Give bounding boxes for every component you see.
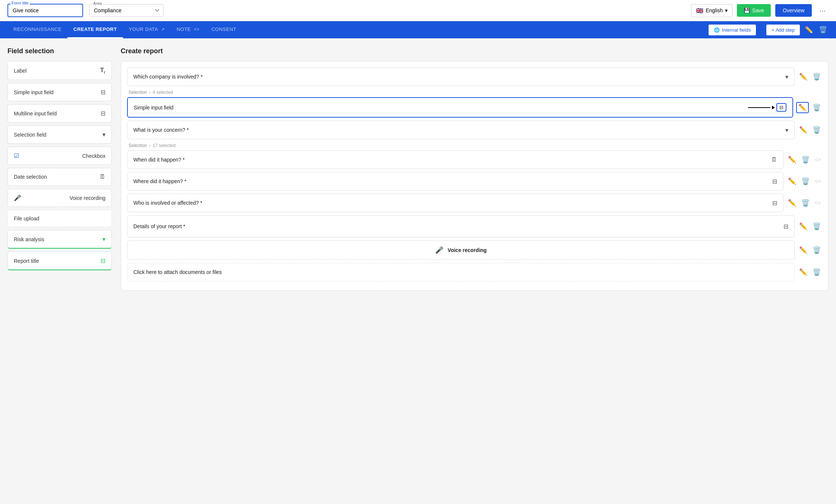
details-delete-button[interactable]: 🗑️ xyxy=(811,221,822,231)
globe-icon: 🌐 xyxy=(714,27,720,33)
details-actions: ✏️ 🗑️ xyxy=(798,221,822,231)
field-panel-title: Field selection xyxy=(7,47,112,55)
arrow-annotation: ⊟ xyxy=(748,103,786,112)
tab-note[interactable]: NOTE <> xyxy=(171,21,205,38)
language-button[interactable]: 🇬🇧 English ▾ xyxy=(691,4,732,17)
arrow-head xyxy=(772,106,775,109)
area-group: Area Compliance HR Legal Finance xyxy=(89,4,164,17)
report-content-area: Which company is involved? * ▾ ✏️ 🗑️ Sel… xyxy=(121,61,829,291)
chevron-down-company: ▾ xyxy=(785,73,788,80)
company-actions: ✏️ 🗑️ xyxy=(798,72,822,82)
chevron-right-icon-concern: › xyxy=(149,144,150,148)
calendar-icon: 🗓 xyxy=(99,173,105,180)
field-item-simple-input[interactable]: Simple input field ⊟ xyxy=(7,83,112,101)
attach-delete-button[interactable]: 🗑️ xyxy=(811,267,822,277)
add-step-button[interactable]: + Add step xyxy=(766,24,800,36)
field-selection-panel: Field selection Label Tr Simple input fi… xyxy=(7,47,112,489)
field-item-multiline-input[interactable]: Multiline input field ⊟ xyxy=(7,104,112,122)
concern-item: What is your concern? * ▾ xyxy=(127,121,795,139)
selection-field-label: Selection field xyxy=(14,132,46,138)
mic-icon-voice: 🎤 xyxy=(435,246,443,254)
field-item-voice[interactable]: 🎤 Voice recording xyxy=(7,189,112,207)
tab-consent[interactable]: CONSENT xyxy=(205,21,242,38)
who-code-button[interactable]: <> xyxy=(813,199,822,207)
tab-your-data[interactable]: YOUR DATA ↗ xyxy=(123,21,171,38)
header-right: 🇬🇧 English ▾ 💾 Save Overview ··· xyxy=(691,4,829,17)
details-edit-button[interactable]: ✏️ xyxy=(798,221,809,231)
when-edit-button[interactable]: ✏️ xyxy=(786,155,798,165)
voice-actions: ✏️ 🗑️ xyxy=(798,245,822,255)
when-actions: ✏️ 🗑️ <> xyxy=(786,155,822,165)
tab-reconnaissance[interactable]: RECONNAISSANCE xyxy=(7,21,67,38)
concern-row: What is your concern? * ▾ ✏️ 🗑️ xyxy=(127,121,822,139)
field-item-file-upload[interactable]: File upload xyxy=(7,210,112,227)
report-title-icon: ⊟ xyxy=(101,257,105,264)
form-title-label: Form title xyxy=(10,1,30,5)
save-icon: 💾 xyxy=(744,7,750,13)
chevron-down-icon: ▾ xyxy=(725,7,728,13)
company-edit-button[interactable]: ✏️ xyxy=(798,72,809,82)
company-selection-label: Selection › 4 selected xyxy=(127,89,822,97)
company-label: Which company is involved? * xyxy=(133,74,203,80)
attach-row: Click here to attach documents or files … xyxy=(127,263,822,281)
field-item-checkbox[interactable]: ☑ Checkbox xyxy=(7,147,112,165)
field-item-risk-analysis[interactable]: Risk analysis ▾ xyxy=(7,230,112,249)
when-row: When did it happen? * 🗓 ✏️ 🗑️ <> xyxy=(127,150,822,169)
voice-label: Voice recording xyxy=(69,195,105,201)
internal-fields-button[interactable]: 🌐 Internal fields xyxy=(708,24,756,36)
voice-label-text: Voice recording xyxy=(448,247,487,253)
who-row: Who is involved or affected? * ⊟ ✏️ 🗑️ <… xyxy=(127,194,822,212)
field-item-selection[interactable]: Selection field ▾ xyxy=(7,125,112,144)
who-delete-button[interactable]: 🗑️ xyxy=(800,198,811,208)
where-delete-button[interactable]: 🗑️ xyxy=(800,176,811,186)
multiline-icon: ⊟ xyxy=(101,110,105,117)
where-label: Where did it happen? * xyxy=(133,178,186,184)
save-button[interactable]: 💾 Save xyxy=(737,4,771,17)
checkbox-icon: ☑ xyxy=(14,152,19,159)
attach-item: Click here to attach documents or files xyxy=(127,263,795,281)
simple-input-item: Simple input field ⊟ xyxy=(127,97,793,118)
when-code-button[interactable]: <> xyxy=(813,156,822,163)
simple-input-edit-button[interactable]: ✏️ xyxy=(796,102,809,113)
where-row: Where did it happen? * ⊟ ✏️ 🗑️ <> xyxy=(127,172,822,191)
who-label: Who is involved or affected? * xyxy=(133,200,202,206)
overview-button[interactable]: Overview xyxy=(775,4,812,17)
voice-delete-button[interactable]: 🗑️ xyxy=(811,245,822,255)
who-edit-button[interactable]: ✏️ xyxy=(786,198,798,208)
when-item: When did it happen? * 🗓 xyxy=(127,150,783,169)
company-delete-button[interactable]: 🗑️ xyxy=(811,72,822,82)
edit-step-button[interactable]: ✏️ xyxy=(803,24,814,35)
header: Form title Area Compliance HR Legal Fina… xyxy=(0,0,836,21)
where-edit-button[interactable]: ✏️ xyxy=(786,176,798,186)
simple-input-label: Simple input field xyxy=(14,89,54,95)
create-report-panel: Create report Which company is involved?… xyxy=(112,47,829,489)
where-code-button[interactable]: <> xyxy=(813,178,822,185)
concern-edit-button[interactable]: ✏️ xyxy=(798,125,809,135)
concern-selection-label: Selection › 17 selected xyxy=(127,142,822,150)
delete-step-button[interactable]: 🗑️ xyxy=(817,24,829,35)
nav-right-actions: 🌐 Internal fields + Add step ✏️ 🗑️ xyxy=(708,24,829,36)
file-upload-label: File upload xyxy=(14,216,39,221)
concern-delete-button[interactable]: 🗑️ xyxy=(811,125,822,135)
report-title-label: Report title xyxy=(14,258,39,264)
field-item-date[interactable]: Date selection 🗓 xyxy=(7,168,112,186)
company-item: Which company is involved? * ▾ xyxy=(127,67,795,86)
create-report-title: Create report xyxy=(121,47,829,55)
calendar-icon-when: 🗓 xyxy=(771,156,777,163)
when-delete-button[interactable]: 🗑️ xyxy=(800,155,811,165)
area-select[interactable]: Compliance HR Legal Finance xyxy=(89,4,164,17)
checkbox-label: Checkbox xyxy=(82,153,105,159)
attach-edit-button[interactable]: ✏️ xyxy=(798,267,809,277)
simple-input-delete-button[interactable]: 🗑️ xyxy=(811,103,822,112)
form-title-input[interactable] xyxy=(7,4,83,17)
chevron-down-concern: ▾ xyxy=(785,127,788,134)
date-label: Date selection xyxy=(14,174,47,180)
field-item-report-title[interactable]: Report title ⊟ xyxy=(7,252,112,270)
simple-input-text: Simple input field xyxy=(134,105,174,111)
tab-create-report[interactable]: CREATE REPORT xyxy=(67,21,123,38)
more-options-button[interactable]: ··· xyxy=(816,5,829,16)
field-item-label[interactable]: Label Tr xyxy=(7,61,112,80)
voice-edit-button[interactable]: ✏️ xyxy=(798,245,809,255)
voice-item: 🎤 Voice recording xyxy=(127,240,795,260)
simple-input-actions: ✏️ 🗑️ xyxy=(796,102,822,113)
